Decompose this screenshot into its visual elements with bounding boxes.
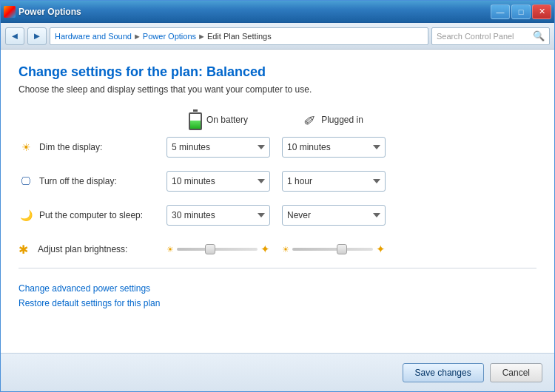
page-title-prefix: Change settings for the plan:: [18, 64, 206, 79]
settings-rows: ☀ Dim the display: 1 minute2 minutes3 mi…: [18, 136, 536, 226]
close-button[interactable]: ✕: [532, 4, 551, 19]
address-bar: ◄ ► Hardware and Sound ► Power Options ►…: [1, 23, 554, 50]
page-subtitle: Choose the sleep and display settings th…: [18, 84, 536, 95]
search-icon: 🔍: [533, 30, 545, 41]
battery-brightness-thumb[interactable]: [205, 244, 215, 254]
battery-column-label: On battery: [206, 115, 248, 125]
title-bar-left: Power Options: [4, 6, 81, 18]
setting-controls-1: 1 minute2 minutes3 minutes5 minutes10 mi…: [166, 171, 386, 192]
search-box[interactable]: Search Control Panel 🔍: [431, 27, 550, 45]
setting-controls-0: 1 minute2 minutes3 minutes5 minutes10 mi…: [166, 137, 386, 158]
window: Power Options — □ ✕ ◄ ► Hardware and Sou…: [0, 0, 555, 392]
page-title: Change settings for the plan: Balanced: [18, 64, 536, 80]
maximize-button[interactable]: □: [511, 4, 531, 19]
brightness-controls: ☀ ✦ ☀ ✦: [166, 243, 386, 256]
links-section: Change advanced power settings Restore d…: [18, 276, 536, 308]
main-panel: Change settings for the plan: Balanced C…: [1, 50, 554, 353]
sun-large-battery: ✦: [260, 243, 270, 256]
sun-small-battery: ☀: [166, 245, 174, 254]
plugged-brightness-slider[interactable]: [292, 248, 373, 251]
bottom-bar: Save changes Cancel: [1, 353, 554, 391]
plugged-brightness-thumb[interactable]: [337, 244, 347, 254]
setting-label-text-1: Turn off the display:: [39, 176, 117, 186]
restore-defaults-link[interactable]: Restore default settings for this plan: [18, 298, 536, 308]
battery-brightness-control: ☀ ✦: [166, 243, 270, 256]
setting-row-2: 🌙 Put the computer to sleep: 1 minute2 m…: [18, 204, 536, 226]
window-title: Power Options: [18, 7, 81, 17]
setting-label-2: 🌙 Put the computer to sleep:: [18, 208, 166, 223]
plan-name: Balanced: [206, 64, 266, 79]
content-area: Change settings for the plan: Balanced C…: [1, 50, 554, 391]
brightness-label: ✱ Adjust plan brightness:: [18, 243, 166, 256]
setting-label-text-0: Dim the display:: [39, 142, 102, 152]
path-hardware[interactable]: Hardware and Sound: [55, 32, 132, 41]
path-edit-plan: Edit Plan Settings: [207, 32, 272, 41]
forward-button[interactable]: ►: [27, 27, 47, 45]
sun-large-plugged: ✦: [376, 243, 386, 256]
battery-select-2[interactable]: 1 minute2 minutes3 minutes5 minutes10 mi…: [166, 205, 270, 226]
address-path[interactable]: Hardware and Sound ► Power Options ► Edi…: [50, 27, 428, 45]
plugged-select-0[interactable]: 1 minute2 minutes3 minutes5 minutes10 mi…: [282, 137, 386, 158]
plug-icon: ✏: [300, 109, 320, 130]
cancel-button[interactable]: Cancel: [490, 363, 542, 382]
brightness-icon: ✱: [18, 243, 32, 256]
window-icon: [4, 6, 16, 18]
path-power-options[interactable]: Power Options: [143, 32, 196, 41]
plugged-brightness-control: ☀ ✦: [282, 243, 386, 256]
setting-label-0: ☀ Dim the display:: [18, 140, 166, 155]
setting-row-0: ☀ Dim the display: 1 minute2 minutes3 mi…: [18, 136, 536, 158]
battery-icon: [189, 109, 202, 130]
plugged-select-1[interactable]: 1 minute2 minutes3 minutes5 minutes10 mi…: [282, 171, 386, 192]
brightness-label-text: Adjust plan brightness:: [38, 244, 127, 254]
save-button[interactable]: Save changes: [403, 363, 484, 382]
setting-icon-0: ☀: [18, 140, 33, 155]
separator: [18, 268, 536, 268]
setting-label-1: 🖵 Turn off the display:: [18, 174, 166, 189]
plugged-select-2[interactable]: 1 minute2 minutes3 minutes5 minutes10 mi…: [282, 205, 386, 226]
plugged-column-header: ✏ Plugged in: [282, 109, 386, 130]
setting-icon-2: 🌙: [18, 208, 33, 223]
setting-label-text-2: Put the computer to sleep:: [39, 210, 143, 220]
back-button[interactable]: ◄: [5, 27, 24, 45]
battery-column-header: On battery: [166, 109, 270, 130]
battery-select-1[interactable]: 1 minute2 minutes3 minutes5 minutes10 mi…: [166, 171, 270, 192]
setting-row-1: 🖵 Turn off the display: 1 minute2 minute…: [18, 170, 536, 192]
advanced-settings-link[interactable]: Change advanced power settings: [18, 283, 536, 294]
plugged-column-label: Plugged in: [321, 115, 363, 125]
window-controls: — □ ✕: [491, 4, 551, 19]
column-headers: On battery ✏ Plugged in: [166, 109, 536, 130]
brightness-row: ✱ Adjust plan brightness: ☀ ✦ ☀: [18, 238, 536, 260]
search-placeholder: Search Control Panel: [437, 32, 514, 41]
battery-brightness-slider[interactable]: [177, 248, 258, 251]
title-bar: Power Options — □ ✕: [1, 1, 554, 23]
setting-icon-1: 🖵: [18, 174, 33, 189]
battery-select-0[interactable]: 1 minute2 minutes3 minutes5 minutes10 mi…: [166, 137, 270, 158]
minimize-button[interactable]: —: [491, 4, 510, 19]
setting-controls-2: 1 minute2 minutes3 minutes5 minutes10 mi…: [166, 205, 386, 226]
sun-small-plugged: ☀: [282, 245, 289, 254]
